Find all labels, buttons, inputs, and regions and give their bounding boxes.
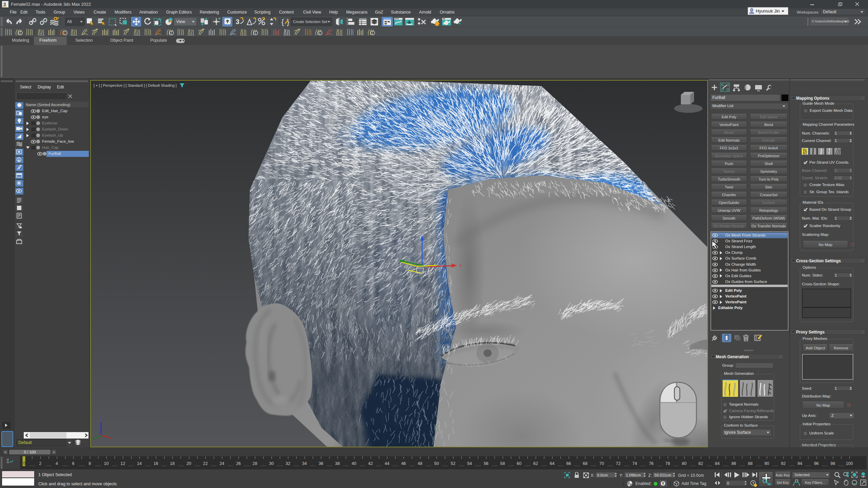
svg-text:66: 66	[566, 461, 571, 466]
svg-text:32: 32	[285, 461, 290, 466]
svg-text:82: 82	[698, 461, 703, 466]
svg-text:54: 54	[467, 461, 472, 466]
svg-text:76: 76	[649, 461, 654, 466]
svg-text:60: 60	[517, 461, 521, 466]
svg-text:92: 92	[781, 461, 786, 466]
svg-text:86: 86	[731, 461, 736, 466]
svg-text:2: 2	[39, 461, 41, 466]
svg-text:78: 78	[665, 461, 670, 466]
svg-text:16: 16	[154, 461, 158, 466]
svg-text:36: 36	[319, 461, 323, 466]
svg-text:x: x	[459, 263, 461, 268]
svg-text:12: 12	[120, 461, 125, 466]
svg-text:26: 26	[236, 461, 241, 466]
svg-text:52: 52	[451, 461, 455, 466]
svg-text:22: 22	[203, 461, 208, 466]
svg-text:24: 24	[219, 461, 224, 466]
svg-text:18: 18	[170, 461, 175, 466]
svg-text:z: z	[99, 418, 101, 422]
svg-text:28: 28	[253, 461, 257, 466]
svg-text:30: 30	[269, 461, 274, 466]
svg-text:3: 3	[236, 18, 239, 25]
svg-text:48: 48	[418, 461, 422, 466]
svg-text:56: 56	[484, 461, 489, 466]
svg-text:72: 72	[616, 461, 620, 466]
svg-text:80: 80	[682, 461, 687, 466]
svg-text:10: 10	[104, 461, 109, 466]
svg-text:3: 3	[3, 2, 6, 7]
svg-text:58: 58	[500, 461, 505, 466]
svg-text:62: 62	[533, 461, 538, 466]
svg-text:4: 4	[56, 461, 58, 466]
svg-text:90: 90	[765, 461, 769, 466]
svg-text:46: 46	[401, 461, 406, 466]
svg-text:100: 100	[846, 461, 853, 466]
svg-text:98: 98	[830, 461, 835, 466]
svg-text:96: 96	[814, 461, 819, 466]
svg-text:94: 94	[797, 461, 802, 466]
svg-text:20: 20	[186, 461, 191, 466]
svg-text:74: 74	[632, 461, 637, 466]
svg-text:42: 42	[368, 461, 373, 466]
svg-text:8: 8	[88, 461, 91, 466]
svg-text:44: 44	[384, 461, 389, 466]
svg-text:34: 34	[302, 461, 307, 466]
svg-text:68: 68	[583, 461, 588, 466]
svg-text:64: 64	[550, 461, 554, 466]
svg-text:[ + ] [ Perspective ] [ Standa: [ + ] [ Perspective ] [ Standard ] [ Def…	[94, 83, 177, 87]
svg-text:14: 14	[137, 461, 142, 466]
svg-text:{: {	[281, 18, 284, 26]
svg-text:38: 38	[335, 461, 340, 466]
svg-text:50: 50	[434, 461, 439, 466]
svg-text:88: 88	[748, 461, 753, 466]
svg-text:84: 84	[715, 461, 719, 466]
svg-text:70: 70	[599, 461, 604, 466]
svg-text:6: 6	[72, 461, 75, 466]
svg-text:40: 40	[352, 461, 356, 466]
